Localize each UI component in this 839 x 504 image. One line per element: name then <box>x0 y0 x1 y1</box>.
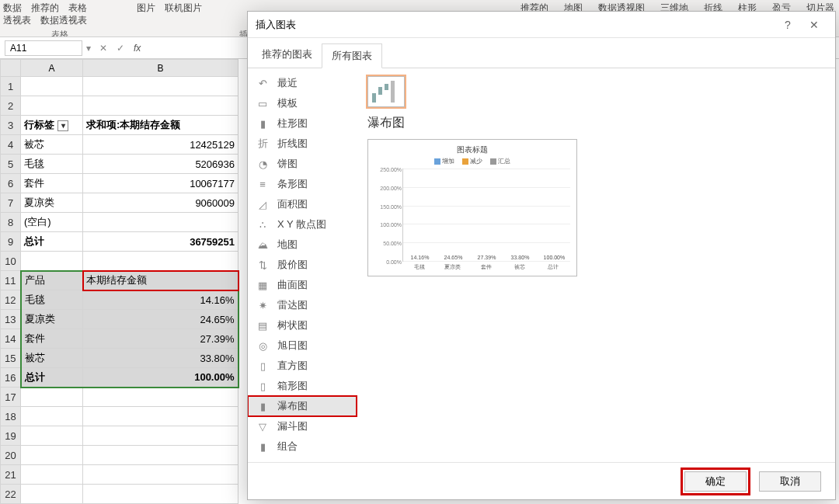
cell[interactable]: 套件 <box>21 329 83 349</box>
cell[interactable] <box>21 426 83 446</box>
help-icon[interactable]: ? <box>775 19 801 31</box>
table-row[interactable]: 6套件10067177 <box>1 174 238 193</box>
cell[interactable]: 100.00% <box>83 368 238 388</box>
cell[interactable] <box>83 426 238 446</box>
select-all-corner[interactable] <box>1 60 21 77</box>
table-row[interactable]: 13夏凉类24.65% <box>1 310 238 329</box>
chart-type-漏斗图[interactable]: ▽漏斗图 <box>248 416 357 436</box>
chart-preview[interactable]: 图表标题 增加 减少 汇总 0.00%50.00%100.00%150.00%2… <box>367 139 577 276</box>
ribbon-cmd[interactable]: 透视表 <box>3 14 31 27</box>
ribbon-cmd[interactable]: 数据透视表 <box>40 14 87 27</box>
cell[interactable] <box>21 465 83 485</box>
cell[interactable]: 夏凉类 <box>21 193 83 213</box>
cell[interactable]: 被芯 <box>21 135 83 155</box>
cell[interactable] <box>83 388 238 407</box>
chart-type-地图[interactable]: ⛰地图 <box>248 235 357 255</box>
cell[interactable]: 10067177 <box>83 174 238 193</box>
row-header[interactable]: 8 <box>1 213 21 232</box>
row-header[interactable]: 12 <box>1 290 21 310</box>
cell[interactable] <box>21 77 83 96</box>
name-box[interactable]: A11 <box>5 40 82 56</box>
chart-type-曲面图[interactable]: ▦曲面图 <box>248 275 357 295</box>
row-header[interactable]: 2 <box>1 96 21 116</box>
cell[interactable] <box>83 252 238 271</box>
row-header[interactable]: 20 <box>1 446 21 465</box>
filter-dropdown-icon[interactable]: ▾ <box>57 120 68 131</box>
cell[interactable]: 毛毯 <box>21 290 83 310</box>
cell[interactable]: 12425129 <box>83 135 238 155</box>
cell[interactable]: 总计 <box>21 232 83 252</box>
cell[interactable]: 36759251 <box>83 232 238 252</box>
cell[interactable]: 33.80% <box>83 349 238 368</box>
table-row[interactable]: 21 <box>1 465 238 485</box>
table-row[interactable]: 10 <box>1 252 238 271</box>
table-row[interactable]: 18 <box>1 407 238 426</box>
row-header[interactable]: 13 <box>1 310 21 329</box>
cell[interactable] <box>21 485 83 504</box>
ok-button[interactable]: 确定 <box>684 471 747 492</box>
cell[interactable]: 本期结存金额 <box>83 271 238 290</box>
name-box-dropdown-icon[interactable]: ▾ <box>82 43 95 54</box>
chart-type-X Y 散点图[interactable]: ∴X Y 散点图 <box>248 214 357 235</box>
row-header[interactable]: 10 <box>1 252 21 271</box>
row-header[interactable]: 17 <box>1 388 21 407</box>
ribbon-cmd[interactable]: 数据 <box>3 2 22 15</box>
chart-type-旭日图[interactable]: ◎旭日图 <box>248 335 357 356</box>
cell[interactable]: 夏凉类 <box>21 310 83 329</box>
cell[interactable]: 27.39% <box>83 329 238 349</box>
cell[interactable]: 求和项:本期结存金额 <box>83 116 238 135</box>
chart-type-箱形图[interactable]: ▯箱形图 <box>248 376 357 396</box>
table-row[interactable]: 1 <box>1 77 238 96</box>
row-header[interactable]: 3 <box>1 116 21 135</box>
chart-type-组合[interactable]: ▮组合 <box>248 436 357 457</box>
ribbon-cmd[interactable]: 推荐的 <box>31 2 59 15</box>
fx-icon[interactable]: fx <box>134 43 141 54</box>
formula-accept-icon[interactable]: ✓ <box>112 43 129 54</box>
row-header[interactable]: 14 <box>1 329 21 349</box>
col-header[interactable]: A <box>21 60 83 77</box>
cell[interactable]: 总计 <box>21 368 83 388</box>
chart-type-饼图[interactable]: ◔饼图 <box>248 154 357 174</box>
chart-type-股价图[interactable]: ⇅股价图 <box>248 255 357 275</box>
row-header[interactable]: 15 <box>1 349 21 368</box>
chart-type-折线图[interactable]: 折折线图 <box>248 134 357 154</box>
cell[interactable] <box>21 407 83 426</box>
chart-subtype-waterfall[interactable] <box>367 76 405 107</box>
row-header[interactable]: 4 <box>1 135 21 155</box>
cell[interactable] <box>83 465 238 485</box>
chart-type-模板[interactable]: ▭模板 <box>248 93 357 113</box>
cell[interactable]: 24.65% <box>83 310 238 329</box>
close-icon[interactable]: ✕ <box>801 19 827 31</box>
chart-type-list[interactable]: ↶最近▭模板▮柱形图折折线图◔饼图≡条形图◿面积图∴X Y 散点图⛰地图⇅股价图… <box>248 68 357 462</box>
cell[interactable]: 5206936 <box>83 155 238 174</box>
cell[interactable]: 被芯 <box>21 349 83 368</box>
cell[interactable]: 套件 <box>21 174 83 193</box>
table-row[interactable]: 5毛毯5206936 <box>1 155 238 174</box>
chart-type-瀑布图[interactable]: ▮瀑布图 <box>248 396 357 416</box>
cell[interactable] <box>83 407 238 426</box>
table-row[interactable]: 8(空白) <box>1 213 238 232</box>
cell[interactable]: (空白) <box>21 213 83 232</box>
table-row[interactable]: 4被芯12425129 <box>1 135 238 155</box>
table-row[interactable]: 19 <box>1 426 238 446</box>
cell[interactable]: 14.16% <box>83 290 238 310</box>
row-header[interactable]: 16 <box>1 368 21 388</box>
table-row[interactable]: 14套件27.39% <box>1 329 238 349</box>
ribbon-cmd[interactable]: 表格 <box>68 2 87 15</box>
table-row[interactable]: 2 <box>1 96 238 116</box>
sheet-table[interactable]: A B 123行标签▾求和项:本期结存金额4被芯124251295毛毯52069… <box>0 59 239 504</box>
ribbon-cmd[interactable]: 联机图片 <box>165 2 202 15</box>
cell[interactable] <box>21 388 83 407</box>
table-row[interactable]: 16总计100.00% <box>1 368 238 388</box>
cell[interactable] <box>83 446 238 465</box>
table-row[interactable]: 3行标签▾求和项:本期结存金额 <box>1 116 238 135</box>
col-header[interactable]: B <box>83 60 238 77</box>
chart-type-条形图[interactable]: ≡条形图 <box>248 174 357 194</box>
chart-type-柱形图[interactable]: ▮柱形图 <box>248 113 357 134</box>
table-row[interactable]: 20 <box>1 446 238 465</box>
row-header[interactable]: 21 <box>1 465 21 485</box>
cell[interactable] <box>21 96 83 116</box>
chart-type-雷达图[interactable]: ✷雷达图 <box>248 295 357 315</box>
cell[interactable]: 毛毯 <box>21 155 83 174</box>
table-row[interactable]: 11产品本期结存金额 <box>1 271 238 290</box>
